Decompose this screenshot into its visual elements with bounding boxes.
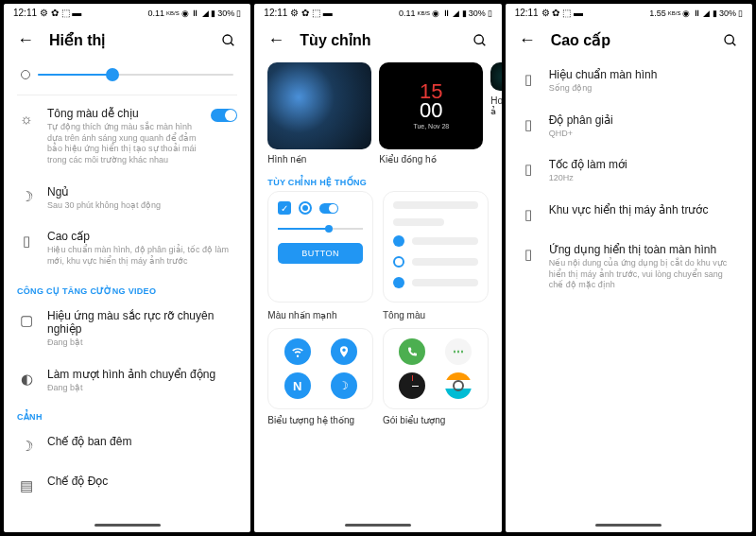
- nav-handle[interactable]: [595, 524, 662, 527]
- night-row[interactable]: ☽ Chế độ ban đêm: [17, 425, 237, 465]
- sun-icon: ☼: [17, 109, 36, 128]
- sleep-row[interactable]: ☽ Ngủ Sau 30 phút không hoạt động: [17, 176, 237, 221]
- status-time: 12:11: [13, 8, 37, 18]
- page-title: Tùy chỉnh: [300, 31, 455, 49]
- svg-line-5: [732, 43, 735, 45]
- nav-handle[interactable]: [345, 524, 411, 527]
- clock-app-icon: [399, 372, 425, 399]
- screen-customize: 12:11 ⚙ ✿ ⬚ ▬ 0.11KB/S ◉ ⏸ ◢ ▮ 30% ▯ ← T…: [254, 4, 501, 532]
- back-icon[interactable]: ←: [267, 32, 284, 49]
- svg-line-3: [482, 43, 485, 45]
- svg-point-4: [725, 35, 733, 43]
- back-icon[interactable]: ←: [17, 32, 34, 49]
- mini-slider: [278, 228, 363, 230]
- status-bar: 12:11 ⚙ ✿ ⬚ ▬ 1.55KB/S ◉ ⏸ ◢ ▮ 30% ▯: [506, 4, 752, 22]
- phone-app-icon: [399, 338, 425, 365]
- advanced-row[interactable]: ▯ Cao cấp Hiệu chuẩn màn hình, độ phân g…: [17, 220, 237, 276]
- camera-area-row[interactable]: ▯ Khu vực hiển thị máy ảnh trước: [519, 194, 739, 233]
- comfort-tone-row[interactable]: ☼ Tông màu dễ chịu Tự động thích ứng màu…: [17, 97, 237, 176]
- brightness-slider-row: [17, 59, 237, 93]
- animation-card[interactable]: Hoạt ả: [490, 62, 501, 164]
- header: ← Tùy chỉnh: [254, 22, 501, 59]
- wifi-icon: [284, 338, 311, 365]
- camera-area-icon: ▯: [519, 205, 538, 224]
- dot-icon: [393, 277, 404, 288]
- svg-point-2: [474, 35, 483, 43]
- book-icon: ▤: [17, 476, 36, 495]
- nfc-icon: N: [284, 372, 311, 399]
- more-icon: ⋯: [445, 338, 472, 365]
- fullscreen-icon: ▯: [519, 245, 538, 264]
- dot-icon: [393, 235, 404, 247]
- animation-preview: [490, 62, 501, 91]
- wallpaper-card[interactable]: Hình nền: [267, 62, 371, 164]
- dot-icon: [393, 256, 404, 268]
- page-title: Cao cấp: [551, 31, 707, 49]
- search-icon[interactable]: [472, 32, 489, 49]
- section-scene: CẢNH: [17, 403, 237, 425]
- refresh-icon: ▯: [519, 160, 538, 179]
- display-icon: ▢: [17, 311, 36, 330]
- resolution-icon: ▯: [519, 115, 538, 134]
- header: ← Cao cấp: [506, 22, 752, 59]
- accent-card[interactable]: ✓ BUTTON: [267, 191, 373, 303]
- read-row[interactable]: ▤ Chế độ Đọc: [17, 465, 237, 505]
- wallpaper-preview: [267, 62, 371, 149]
- calibration-row[interactable]: ▯ Hiệu chuẩn màn hình Sống động: [519, 59, 739, 104]
- screen-display: 12:11 ⚙ ✿ ⬚ ▬ 0.11KB/S ◉ ⏸ ◢ ▮ 30% ▯ ← H…: [4, 4, 250, 532]
- screen-advanced: 12:11 ⚙ ✿ ⬚ ▬ 1.55KB/S ◉ ⏸ ◢ ▮ 30% ▯ ← C…: [506, 4, 752, 532]
- status-bar: 12:11 ⚙ ✿ ⬚ ▬ 0.11KB/S ◉ ⏸ ◢ ▮ 30% ▯: [254, 4, 501, 22]
- radio-icon: [299, 201, 312, 215]
- brightness-slider[interactable]: [38, 74, 233, 76]
- search-icon[interactable]: [220, 32, 237, 49]
- svg-point-0: [223, 35, 232, 43]
- preview-row: Hình nền 15 00 Tue, Nov 28 Kiểu đồng hồ …: [267, 59, 501, 168]
- phone-icon: ▯: [17, 232, 36, 251]
- moon-icon: ☽: [17, 187, 36, 206]
- section-video: CÔNG CỤ TĂNG CƯỜNG VIDEO: [17, 277, 237, 300]
- fullscreen-row[interactable]: ▯ Ứng dụng hiển thị toàn màn hình Nếu nộ…: [519, 233, 739, 301]
- night-icon: ☽: [17, 437, 36, 456]
- clock-preview: 15 00 Tue, Nov 28: [379, 62, 483, 149]
- smooth-row[interactable]: ◐ Làm mượt hình ảnh chuyển động Đang bật: [17, 358, 237, 404]
- svg-line-1: [231, 43, 233, 45]
- page-title: Hiển thị: [49, 31, 205, 49]
- refresh-row[interactable]: ▯ Tốc độ làm mới 120Hz: [519, 148, 739, 194]
- tone-card[interactable]: [383, 191, 489, 303]
- dnd-icon: ☽: [331, 372, 357, 399]
- sample-button: BUTTON: [278, 243, 363, 264]
- icon-pack-card[interactable]: ⋯: [383, 328, 489, 409]
- comfort-toggle[interactable]: [211, 109, 237, 122]
- location-icon: [331, 338, 357, 365]
- toggle-icon: [319, 203, 338, 214]
- checkbox-icon: ✓: [278, 201, 291, 215]
- vivid-row[interactable]: ▢ Hiệu ứng màu sắc rực rỡ chuyên nghiệp …: [17, 300, 237, 358]
- brightness-low-icon: [21, 70, 30, 79]
- header: ← Hiển thị: [4, 22, 250, 59]
- system-icons-card[interactable]: N ☽: [267, 328, 373, 409]
- back-icon[interactable]: ←: [519, 32, 536, 49]
- status-bar: 12:11 ⚙ ✿ ⬚ ▬ 0.11KB/S ◉ ⏸ ◢ ▮ 30% ▯: [4, 4, 250, 22]
- search-icon[interactable]: [722, 32, 739, 49]
- clock-style-card[interactable]: 15 00 Tue, Nov 28 Kiểu đồng hồ: [379, 62, 483, 164]
- section-system: TÙY CHỈNH HỆ THỐNG: [267, 168, 488, 191]
- resolution-row[interactable]: ▯ Độ phân giải QHD+: [519, 104, 739, 149]
- calibration-icon: ▯: [519, 70, 538, 89]
- motion-icon: ◐: [17, 370, 36, 389]
- nav-handle[interactable]: [94, 524, 161, 527]
- camera-app-icon: [445, 372, 472, 399]
